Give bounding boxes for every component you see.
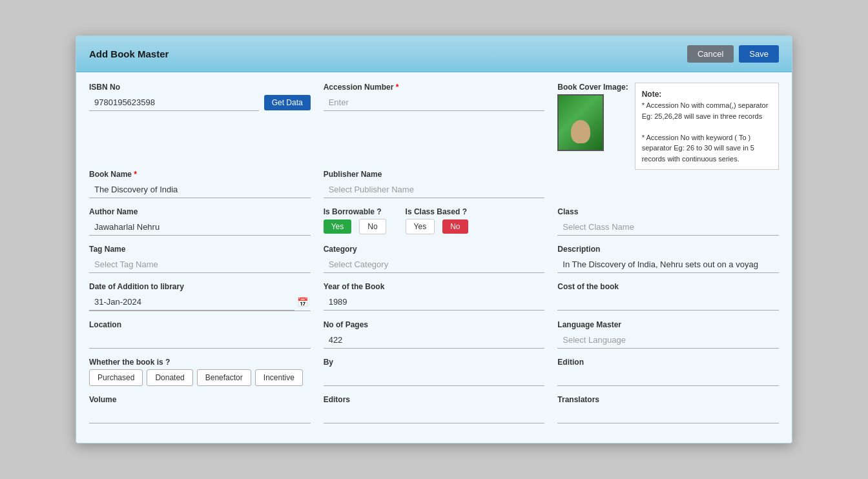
header-buttons: Cancel Save	[687, 45, 779, 63]
volume-label: Volume	[89, 395, 311, 404]
category-label: Category	[324, 245, 545, 254]
by-input[interactable]	[324, 369, 545, 386]
borrowable-no-button[interactable]: No	[359, 219, 386, 234]
date-addition-field: Date of Addition to library 📅	[89, 282, 311, 311]
isbn-label: ISBN No	[89, 83, 311, 92]
translators-label: Translators	[557, 395, 779, 404]
tag-name-input[interactable]	[89, 256, 311, 273]
isbn-row: Get Data	[89, 94, 311, 111]
isbn-input[interactable]	[89, 94, 259, 111]
editors-input[interactable]	[324, 407, 545, 423]
borrowable-yes-button[interactable]: Yes	[324, 219, 352, 234]
cover-note-cell: Book Cover Image: Note: * Accession No w…	[557, 83, 779, 170]
edition-label: Edition	[557, 358, 779, 367]
whether-book-label: Whether the book is ?	[89, 358, 311, 367]
book-cover-face-decoration	[571, 120, 590, 143]
is-borrowable-label: Is Borrowable ?	[324, 207, 386, 216]
modal-body: ISBN No Get Data Accession Number * Book…	[76, 72, 792, 443]
purchased-button[interactable]: Purchased	[89, 369, 143, 386]
note-title: Note:	[642, 90, 662, 99]
note-line1: * Accession No with comma(,) separator E…	[642, 101, 769, 120]
editors-label: Editors	[324, 395, 545, 404]
description-label: Description	[557, 245, 779, 254]
translators-field: Translators	[557, 395, 779, 423]
category-field: Category	[324, 245, 545, 273]
calendar-icon[interactable]: 📅	[294, 296, 311, 309]
date-field-wrapper: 📅	[89, 294, 311, 311]
save-button[interactable]: Save	[739, 45, 779, 63]
translators-input[interactable]	[557, 407, 779, 423]
modal-header: Add Book Master Cancel Save	[76, 36, 792, 72]
language-master-input[interactable]	[557, 332, 779, 349]
note-line2: * Accession No with keyword ( To ) separ…	[642, 134, 754, 163]
by-label: By	[324, 358, 545, 367]
year-book-field: Year of the Book	[324, 282, 545, 311]
tag-name-field: Tag Name	[89, 245, 311, 273]
description-field: Description	[557, 245, 779, 273]
whether-book-field: Whether the book is ? Purchased Donated …	[89, 358, 311, 386]
book-cover-inner	[559, 96, 603, 150]
edition-input[interactable]	[557, 369, 779, 386]
by-field: By	[324, 358, 545, 386]
cost-book-field: Cost of the book	[557, 282, 779, 311]
is-borrowable-group: Is Borrowable ? Yes No	[324, 207, 386, 234]
get-data-button[interactable]: Get Data	[264, 95, 311, 110]
is-class-based-row: Yes No	[406, 219, 468, 234]
language-master-label: Language Master	[557, 320, 779, 329]
year-book-input[interactable]	[324, 294, 545, 311]
no-of-pages-input[interactable]	[324, 332, 545, 349]
editors-field: Editors	[324, 395, 545, 423]
accession-number-label: Accession Number *	[324, 83, 545, 92]
location-input[interactable]	[89, 332, 311, 349]
author-name-label: Author Name	[89, 207, 311, 216]
note-box: Note: * Accession No with comma(,) separ…	[635, 83, 779, 170]
no-of-pages-label: No of Pages	[324, 320, 545, 329]
book-type-buttons: Purchased Donated Benefactor Incentive	[89, 369, 311, 386]
tag-name-label: Tag Name	[89, 245, 311, 254]
accession-number-field: Accession Number *	[324, 83, 545, 161]
donated-button[interactable]: Donated	[147, 369, 192, 386]
benefactor-button[interactable]: Benefactor	[197, 369, 251, 386]
location-field: Location	[89, 320, 311, 349]
add-book-modal: Add Book Master Cancel Save ISBN No Get …	[76, 36, 792, 443]
volume-field: Volume	[89, 395, 311, 423]
author-name-input[interactable]	[89, 219, 311, 236]
placeholder-col3-row2	[557, 170, 779, 198]
isbn-field: ISBN No Get Data	[89, 83, 311, 161]
category-input[interactable]	[324, 256, 545, 273]
description-input[interactable]	[557, 256, 779, 273]
book-cover-label: Book Cover Image:	[557, 83, 628, 92]
is-class-based-label: Is Class Based ?	[406, 207, 468, 216]
class-based-no-button[interactable]: No	[442, 219, 468, 234]
accession-number-input[interactable]	[324, 94, 545, 111]
class-label: Class	[557, 207, 779, 216]
date-addition-label: Date of Addition to library	[89, 282, 311, 291]
book-name-field: Book Name *	[89, 170, 311, 198]
no-of-pages-field: No of Pages	[324, 320, 545, 349]
year-book-label: Year of the Book	[324, 282, 545, 291]
incentive-button[interactable]: Incentive	[255, 369, 303, 386]
class-input[interactable]	[557, 219, 779, 236]
author-name-field: Author Name	[89, 207, 311, 236]
is-borrowable-row: Yes No	[324, 219, 386, 234]
cost-book-input[interactable]	[557, 294, 779, 311]
borrowable-classbased-field: Is Borrowable ? Yes No Is Class Based ? …	[324, 207, 545, 236]
book-name-input[interactable]	[89, 181, 311, 198]
is-class-based-group: Is Class Based ? Yes No	[406, 207, 468, 234]
cancel-button[interactable]: Cancel	[687, 45, 734, 63]
location-label: Location	[89, 320, 311, 329]
publisher-name-field: Publisher Name	[324, 170, 545, 198]
edition-field: Edition	[557, 358, 779, 386]
date-addition-input[interactable]	[89, 294, 294, 311]
language-master-field: Language Master	[557, 320, 779, 349]
book-cover-section: Book Cover Image:	[557, 83, 628, 170]
volume-input[interactable]	[89, 407, 311, 423]
publisher-name-input[interactable]	[324, 181, 545, 198]
cost-book-label: Cost of the book	[557, 282, 779, 291]
book-cover-image	[557, 94, 604, 151]
class-based-yes-button[interactable]: Yes	[406, 219, 435, 234]
book-name-label: Book Name *	[89, 170, 311, 179]
publisher-name-label: Publisher Name	[324, 170, 545, 179]
class-field: Class	[557, 207, 779, 236]
modal-title: Add Book Master	[89, 48, 169, 59]
